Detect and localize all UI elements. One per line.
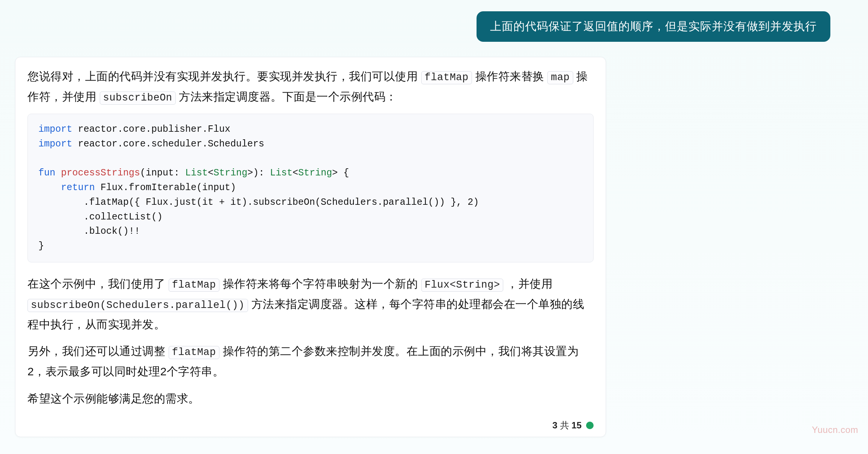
text: 您说得对，上面的代码并没有实现并发执行。要实现并发执行，我们可以使用: [27, 70, 421, 82]
status-counter: 3 共 15: [553, 419, 582, 431]
text: ，并使用: [503, 277, 553, 290]
online-status-dot-icon: [586, 422, 594, 429]
text: 操作符来将每个字符串映射为一个新的: [219, 277, 421, 290]
code-content: import reactor.core.publisher.Flux impor…: [38, 122, 583, 254]
assistant-paragraph-4: 希望这个示例能够满足您的需求。: [27, 388, 594, 408]
inline-code-flux-string: Flux<String>: [421, 279, 503, 292]
inline-code-subscribe-parallel: subscribeOn(Schedulers.parallel()): [27, 299, 248, 312]
assistant-paragraph-3: 另外，我们还可以通过调整 flatMap 操作符的第二个参数来控制并发度。在上面…: [27, 341, 594, 381]
user-message-bubble[interactable]: 上面的代码保证了返回值的顺序，但是实际并没有做到并发执行: [477, 11, 830, 42]
watermark: Yuucn.com: [812, 425, 858, 435]
text: 方法来指定调度器。下面是一个示例代码：: [176, 90, 397, 103]
status-total: 15: [571, 420, 582, 430]
status-row: 3 共 15: [27, 415, 594, 431]
inline-code-flatmap: flatMap: [169, 346, 219, 359]
user-message-row: 上面的代码保证了返回值的顺序，但是实际并没有做到并发执行: [15, 11, 853, 42]
inline-code-flatmap: flatMap: [421, 71, 472, 84]
inline-code-subscribeon: subscribeOn: [100, 91, 176, 105]
assistant-response-card: 您说得对，上面的代码并没有实现并发执行。要实现并发执行，我们可以使用 flatM…: [15, 57, 606, 437]
inline-code-map: map: [547, 71, 573, 84]
text: 操作符来替换: [472, 70, 548, 82]
status-sep: 共: [557, 420, 571, 430]
inline-code-flatmap: flatMap: [169, 279, 219, 292]
status-current: 3: [553, 420, 557, 430]
text: 另外，我们还可以通过调整: [27, 345, 169, 357]
assistant-paragraph-2: 在这个示例中，我们使用了 flatMap 操作符来将每个字符串映射为一个新的 F…: [27, 274, 594, 334]
text: 在这个示例中，我们使用了: [27, 277, 169, 290]
assistant-paragraph-1: 您说得对，上面的代码并没有实现并发执行。要实现并发执行，我们可以使用 flatM…: [27, 66, 594, 107]
code-block[interactable]: import reactor.core.publisher.Flux impor…: [27, 114, 594, 262]
